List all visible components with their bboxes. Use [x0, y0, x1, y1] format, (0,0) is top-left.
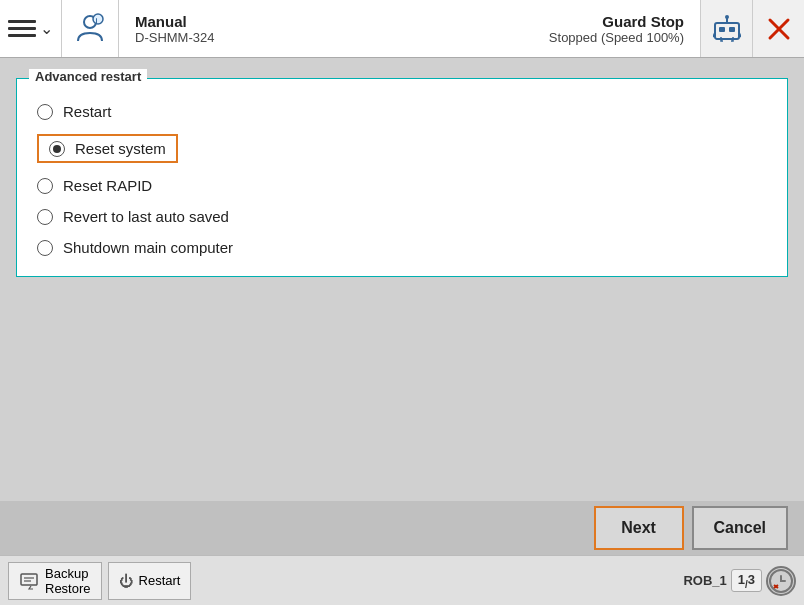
robot-icon: [713, 15, 741, 43]
option-revert-label: Revert to last auto saved: [63, 208, 229, 225]
option-shutdown[interactable]: Shutdown main computer: [37, 239, 767, 256]
fraction-badge: 1/3: [731, 569, 762, 593]
svg-text:i: i: [96, 17, 98, 24]
device-label: D-SHMM-324: [135, 30, 517, 45]
radio-restart[interactable]: [37, 104, 53, 120]
option-restart[interactable]: Restart: [37, 103, 767, 120]
user-info-icon: i: [72, 11, 108, 47]
device-status: Manual D-SHMM-324: [119, 0, 533, 57]
guard-status: Guard Stop Stopped (Speed 100%): [533, 0, 700, 57]
option-restart-label: Restart: [63, 103, 111, 120]
content-area: Advanced restart Restart Reset system: [0, 58, 804, 501]
backup-restore-icon: [19, 571, 39, 591]
svg-rect-3: [715, 23, 739, 39]
close-button[interactable]: [752, 0, 804, 57]
svg-rect-5: [729, 27, 735, 32]
restart-button[interactable]: ⏻ Restart: [108, 562, 192, 600]
main-content: Advanced restart Restart Reset system: [0, 58, 804, 277]
radio-reset-system[interactable]: [49, 141, 65, 157]
svg-rect-12: [21, 574, 37, 585]
action-bar: Next Cancel: [0, 501, 804, 555]
reset-system-selected-box[interactable]: Reset system: [37, 134, 178, 163]
status-circle-icon: [768, 568, 794, 594]
status-circle: [766, 566, 796, 596]
option-reset-rapid[interactable]: Reset RAPID: [37, 177, 767, 194]
header: ⌄ i Manual D-SHMM-324 Guard Stop Stopped…: [0, 0, 804, 58]
close-icon: [766, 16, 792, 42]
radio-shutdown[interactable]: [37, 240, 53, 256]
svg-rect-4: [719, 27, 725, 32]
bottom-right: ROB_1 1/3: [683, 566, 796, 596]
menu-area[interactable]: ⌄: [0, 0, 62, 57]
fraction-label: 1/3: [738, 572, 755, 590]
speed-status-label: Stopped (Speed 100%): [549, 30, 684, 45]
guard-status-label: Guard Stop: [549, 13, 684, 30]
cancel-button[interactable]: Cancel: [692, 506, 788, 550]
option-shutdown-label: Shutdown main computer: [63, 239, 233, 256]
option-reset-system[interactable]: Reset system: [37, 134, 767, 163]
bottom-bar: BackupRestore ⏻ Restart ROB_1 1/3: [0, 555, 804, 605]
hamburger-icon[interactable]: [8, 20, 36, 37]
restart-label: Restart: [139, 573, 181, 588]
robot-icon-button[interactable]: [700, 0, 752, 57]
restart-icon: ⏻: [119, 573, 133, 589]
option-reset-system-label: Reset system: [75, 140, 166, 157]
option-reset-rapid-label: Reset RAPID: [63, 177, 152, 194]
radio-reset-system-inner: [53, 145, 61, 153]
backup-restore-button[interactable]: BackupRestore: [8, 562, 102, 600]
radio-group: Restart Reset system Reset RAPID: [37, 103, 767, 256]
advanced-restart-box: Advanced restart Restart Reset system: [16, 78, 788, 277]
next-button[interactable]: Next: [594, 506, 684, 550]
backup-restore-label: BackupRestore: [45, 566, 91, 596]
svg-point-1: [93, 14, 103, 24]
option-revert[interactable]: Revert to last auto saved: [37, 208, 767, 225]
radio-revert[interactable]: [37, 209, 53, 225]
mode-label: Manual: [135, 13, 517, 30]
advanced-restart-legend: Advanced restart: [29, 69, 147, 84]
rob-label: ROB_1: [683, 573, 726, 588]
radio-reset-rapid[interactable]: [37, 178, 53, 194]
chevron-down-icon[interactable]: ⌄: [40, 19, 53, 38]
svg-point-7: [725, 15, 729, 19]
info-button[interactable]: i: [62, 0, 119, 57]
